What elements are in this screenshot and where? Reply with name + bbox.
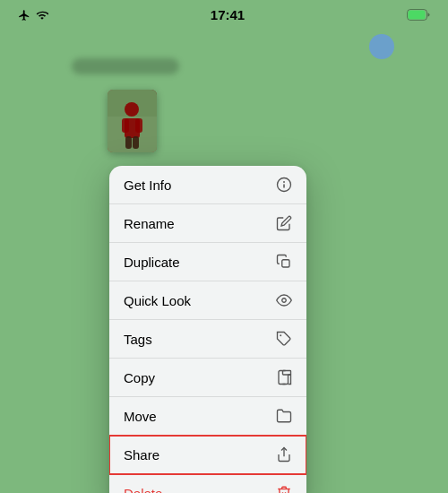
info-circle-icon <box>276 177 292 193</box>
menu-item-delete-label: Delete <box>124 486 162 494</box>
thumbnail-image <box>108 90 157 152</box>
menu-item-get-info-label: Get Info <box>124 177 171 193</box>
svg-rect-6 <box>122 118 129 133</box>
folder-icon <box>276 408 292 424</box>
menu-item-quick-look[interactable]: Quick Look <box>109 281 306 320</box>
copy-icon <box>276 369 292 385</box>
menu-item-move-label: Move <box>124 409 157 424</box>
battery-icon <box>407 9 430 21</box>
tag-icon <box>276 331 292 347</box>
menu-item-move[interactable]: Move <box>109 397 306 436</box>
menu-item-rename[interactable]: Rename <box>109 204 306 243</box>
bg-dot <box>369 34 394 59</box>
thumbnail-figure <box>108 90 157 152</box>
svg-rect-8 <box>125 136 132 149</box>
status-right-icons <box>407 9 430 21</box>
menu-item-rename-label: Rename <box>124 216 175 231</box>
eye-icon <box>276 292 292 308</box>
svg-rect-9 <box>133 136 139 149</box>
menu-item-copy-label: Copy <box>124 370 155 385</box>
context-menu: Get Info Rename Duplicate <box>109 166 306 493</box>
bg-title-blur <box>72 58 179 74</box>
status-bar: 17:41 <box>0 0 448 26</box>
menu-item-duplicate-label: Duplicate <box>124 255 180 270</box>
trash-icon <box>276 485 292 493</box>
share-icon <box>276 446 292 463</box>
svg-rect-13 <box>282 260 289 267</box>
status-left-icons <box>18 9 48 22</box>
menu-item-copy[interactable]: Copy <box>109 359 306 397</box>
status-time: 17:41 <box>211 7 245 22</box>
menu-item-share[interactable]: Share <box>109 436 306 474</box>
svg-point-4 <box>125 102 139 117</box>
menu-item-tags[interactable]: Tags <box>109 320 306 359</box>
wifi-icon <box>36 9 48 22</box>
svg-rect-16 <box>283 371 291 376</box>
menu-item-tags-label: Tags <box>124 332 152 347</box>
svg-point-14 <box>282 298 287 303</box>
svg-rect-7 <box>135 118 142 133</box>
pencil-icon <box>276 215 292 231</box>
airplane-icon <box>18 9 30 22</box>
menu-item-get-info[interactable]: Get Info <box>109 166 306 204</box>
menu-item-delete[interactable]: Delete <box>109 474 306 493</box>
menu-item-quick-look-label: Quick Look <box>124 293 191 308</box>
menu-item-duplicate[interactable]: Duplicate <box>109 243 306 281</box>
file-thumbnail <box>108 90 157 152</box>
svg-rect-1 <box>409 11 426 20</box>
menu-item-share-label: Share <box>124 447 159 463</box>
duplicate-icon <box>276 254 292 270</box>
